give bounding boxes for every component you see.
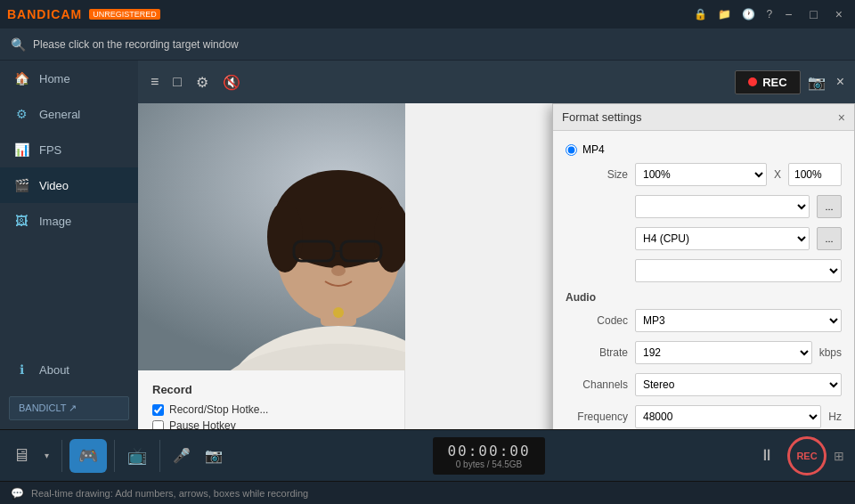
search-placeholder: Please click on the recording target win… [33, 38, 239, 51]
sidebar-item-image[interactable]: 🖼 Image [0, 203, 138, 239]
menu-icon[interactable]: ≡ [145, 70, 164, 93]
expand-icon[interactable]: ⊞ [830, 445, 848, 467]
audio-codec-select[interactable]: MP3 AAC PCM [635, 309, 842, 332]
gear-icon: ⚙ [12, 105, 30, 123]
kbps-label: kbps [819, 346, 842, 359]
chat-icon: 💬 [11, 487, 24, 500]
channels-select[interactable]: Stereo Mono [635, 373, 842, 396]
size-row: Size 100% 75% 50% X [566, 163, 842, 186]
bandicam-button[interactable]: BANDICLT ↗ [9, 396, 129, 420]
codec-row1: ... [566, 195, 842, 218]
audio-codec-row: Codec MP3 AAC PCM [566, 309, 842, 332]
left-panel: Record Record/Stop Hotke... Pause Hotkey… [138, 103, 405, 429]
extra-select[interactable] [635, 259, 842, 282]
hdmi-icon[interactable]: 📺 [122, 441, 152, 471]
screen-record-icon[interactable]: 🖥 [7, 440, 36, 471]
sidebar-item-video[interactable]: 🎬 Video [0, 167, 138, 203]
minimize-button[interactable]: − [779, 5, 797, 23]
video-icon: 🎬 [12, 176, 30, 194]
audio-section-title: Audio [566, 291, 842, 304]
maximize-button[interactable]: □ [804, 5, 822, 23]
sidebar-item-about[interactable]: ℹ About [0, 352, 138, 387]
svg-point-12 [333, 307, 344, 318]
pause-hotkey-checkbox[interactable] [152, 420, 164, 430]
mute-icon[interactable]: 🔇 [217, 70, 246, 94]
svg-point-7 [374, 201, 410, 272]
encoder-select[interactable]: H4 (CPU) H4 (GPU) [635, 227, 810, 250]
rec-circle-button[interactable]: REC [787, 436, 826, 476]
frequency-select[interactable]: 48000 44100 22050 [635, 405, 821, 428]
sidebar-item-home[interactable]: 🏠 Home [0, 61, 138, 96]
app-window: BANDICAM UNREGISTERED 🔒 📁 🕐 ? − □ × 🔍 Pl… [0, 0, 855, 504]
pause-button[interactable]: ⏸ [750, 441, 784, 470]
rec-toolbar: ≡ □ ⚙ 🔇 REC 📷 × [138, 61, 855, 103]
help-icon[interactable]: ? [766, 8, 772, 20]
bitrate-select[interactable]: 192 128 320 [635, 341, 812, 364]
frequency-row: Frequency 48000 44100 22050 Hz [566, 405, 842, 428]
settings-panel: Record Record/Stop Hotke... Pause Hotkey… [138, 370, 404, 429]
close-preview-icon[interactable]: × [833, 70, 848, 93]
hz-label: Hz [828, 411, 842, 423]
lock-icon[interactable]: 🔒 [694, 8, 707, 20]
channels-label: Channels [566, 378, 628, 391]
codec-select1[interactable] [635, 195, 810, 218]
rec-circle-label: REC [796, 451, 817, 461]
status-text: Real-time drawing: Add numbers, arrows, … [31, 488, 308, 499]
mic-icon[interactable]: 🎤 [167, 442, 196, 469]
title-bar: BANDICAM UNREGISTERED 🔒 📁 🕐 ? − □ × [0, 0, 855, 28]
webcam-icon[interactable]: 📷 [200, 442, 228, 469]
status-bar: 💬 Real-time drawing: Add numbers, arrows… [0, 481, 855, 504]
folder-icon[interactable]: 📁 [718, 8, 731, 20]
fs-content: MP4 Size 100% 75% 50% X [553, 131, 854, 429]
mp4-radio-row: MP4 [566, 143, 842, 156]
title-bar-icons: 🔒 📁 🕐 ? [694, 8, 772, 20]
search-icon: 🔍 [11, 37, 26, 52]
sidebar-item-about-label: About [39, 363, 69, 377]
clock-icon[interactable]: 🕐 [742, 8, 755, 20]
sidebar-item-image-label: Image [39, 215, 71, 228]
sidebar-item-fps-label: FPS [39, 143, 61, 157]
fs-close-icon[interactable]: × [838, 110, 845, 125]
bottom-sep1 [61, 440, 62, 472]
sidebar-item-video-label: Video [39, 179, 69, 192]
bandicam-btn-label: BANDICLT ↗ [19, 402, 77, 414]
pause-hotkey-label: Pause Hotkey [169, 419, 236, 429]
checkbox-pause-hotkey: Pause Hotkey [152, 419, 390, 429]
record-hotkey-checkbox[interactable] [152, 404, 164, 416]
home-icon: 🏠 [12, 69, 30, 87]
rec-button[interactable]: REC [735, 70, 800, 94]
encoder-ellipsis[interactable]: ... [817, 227, 842, 250]
sidebar-item-general[interactable]: ⚙ General [0, 96, 138, 132]
size-select1[interactable]: 100% 75% 50% [635, 163, 767, 186]
gamepad-icon[interactable]: 🎮 [69, 439, 107, 473]
rec-label: REC [762, 76, 786, 89]
size-input2[interactable] [788, 163, 842, 186]
size-x: X [774, 168, 781, 181]
frequency-label: Frequency [566, 411, 628, 423]
dropdown-arrow-icon[interactable]: ▾ [39, 445, 54, 466]
close-button[interactable]: × [830, 5, 848, 23]
record-hotkey-label: Record/Stop Hotke... [169, 403, 268, 416]
sidebar-item-home-label: Home [39, 72, 70, 85]
fs-title: Format settings [562, 110, 838, 124]
bottom-sep3 [159, 440, 160, 472]
codec-ellipsis1[interactable]: ... [817, 195, 842, 218]
mp4-radio[interactable] [566, 144, 577, 156]
content-area: Record Record/Stop Hotke... Pause Hotkey… [138, 103, 855, 429]
rect-icon[interactable]: □ [167, 70, 187, 93]
format-settings-panel: Format settings × MP4 Size [552, 103, 855, 429]
channels-row: Channels Stereo Mono [566, 373, 842, 396]
fs-title-bar: Format settings × [553, 104, 854, 131]
sidebar: 🏠 Home ⚙ General 📊 FPS 🎬 Video 🖼 Image [0, 61, 138, 429]
app-body: 🏠 Home ⚙ General 📊 FPS 🎬 Video 🖼 Image [0, 61, 855, 429]
unreg-badge: UNREGISTERED [89, 9, 160, 20]
bitrate-row: Btrate 192 128 320 kbps [566, 341, 842, 364]
main-panel: ≡ □ ⚙ 🔇 REC 📷 × [138, 61, 855, 429]
settings-icon[interactable]: ⚙ [191, 70, 214, 94]
search-bar: 🔍 Please click on the recording target w… [0, 28, 855, 61]
rec-dot [748, 77, 757, 86]
camera-icon[interactable]: 📷 [804, 70, 829, 94]
record-section-title: Record [152, 383, 390, 396]
size-label: Size [566, 168, 628, 181]
sidebar-item-fps[interactable]: 📊 FPS [0, 132, 138, 167]
